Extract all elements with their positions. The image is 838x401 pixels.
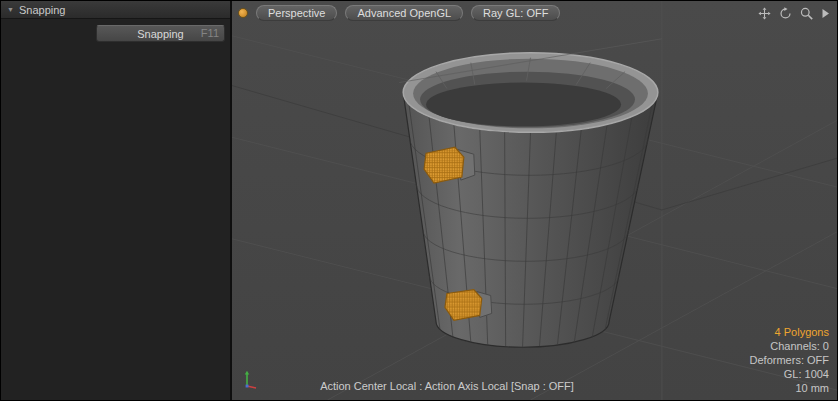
grid-size: 10 mm [750,381,829,395]
channels-count: Channels: 0 [750,339,829,353]
snapping-panel: ▼ Snapping Snapping F11 [1,1,232,400]
viewport-menu-arrow-icon[interactable] [821,8,830,19]
deformers-status: Deformers: OFF [750,353,829,367]
snapping-button-label: Snapping [137,28,184,40]
pan-tool-icon[interactable] [758,7,771,20]
selected-polygon-1[interactable] [424,147,464,183]
axis-gizmo-icon [240,369,262,395]
perspective-button[interactable]: Perspective [256,5,337,21]
viewport-stats: 4 Polygons Channels: 0 Deformers: OFF GL… [750,325,829,395]
snapping-panel-body: Snapping F11 [1,19,230,400]
collapse-arrow-icon[interactable]: ▼ [7,6,14,13]
viewport-nav-tools [758,7,830,20]
selected-polygon-2[interactable] [445,290,482,321]
snapping-panel-header[interactable]: ▼ Snapping [1,1,230,19]
ray-gl-button[interactable]: Ray GL: OFF [471,5,560,21]
rotate-view-icon[interactable] [779,7,792,20]
viewport-toolbar: Perspective Advanced OpenGL Ray GL: OFF [238,5,560,21]
panel-title: Snapping [19,4,66,16]
cup-mesh[interactable] [399,39,662,347]
cup-inner-shadow [426,83,621,127]
zoom-tool-icon[interactable] [800,7,813,20]
viewport-mode-dot-icon[interactable] [238,8,248,18]
gl-count: GL: 1004 [750,367,829,381]
advanced-opengl-button[interactable]: Advanced OpenGL [345,5,463,21]
modo-app-window: ▼ Snapping Snapping F11 [0,0,838,401]
snapping-button-shortcut: F11 [201,27,219,39]
action-center-status: Action Center Local : Action Axis Local … [320,380,574,392]
viewport-3d[interactable]: Perspective Advanced OpenGL Ray GL: OFF [232,1,837,400]
snapping-button[interactable]: Snapping F11 [96,25,225,42]
polygon-count: 4 Polygons [750,325,829,339]
scene-render [232,1,837,400]
